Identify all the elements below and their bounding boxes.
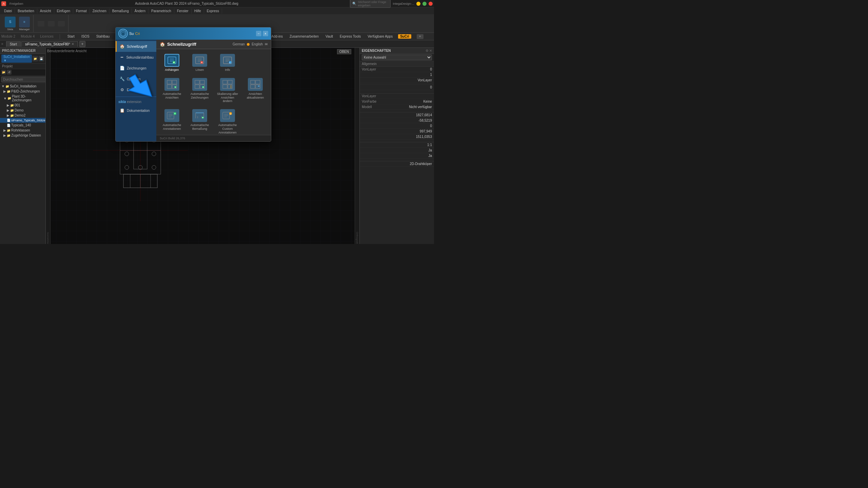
ribbon-tab-parametrisch[interactable]: Parametrisch xyxy=(149,8,174,14)
grid-item-info[interactable]: i Info xyxy=(215,52,240,74)
svg-text:i: i xyxy=(230,61,230,64)
ribbon-tab-bemaszung[interactable]: Bemaßung xyxy=(110,8,132,14)
grid-row-3: Automatische Annotationen xyxy=(159,107,268,135)
ribbon-tab-zeichnen[interactable]: Zeichnen xyxy=(90,8,110,14)
grid-item-auto-ansichten[interactable]: Automatische Ansichten xyxy=(159,76,185,105)
minimize-button[interactable] xyxy=(416,2,420,6)
tab-siframo[interactable]: siFramo_Typicals_StützeF80° ✕ xyxy=(21,41,78,47)
dialog-nav-einstellungen[interactable]: ⚙ Einstellungen xyxy=(116,84,156,95)
props-coord3: 0 xyxy=(360,123,434,129)
maximize-button[interactable] xyxy=(422,2,427,6)
ribbon-tab-express[interactable]: Express xyxy=(204,8,222,14)
grid-item-highlighted[interactable]: Anhängen xyxy=(159,52,185,74)
nav-dokumentation-icon: 📋 xyxy=(119,108,125,113)
nav-vault[interactable]: Vault xyxy=(324,34,334,39)
svg-point-6 xyxy=(125,152,129,156)
grid-item-auto-zeichnungen[interactable]: Automatische Zeichnungen xyxy=(187,76,213,105)
tab-menu-icon[interactable]: ≡ xyxy=(1,42,3,46)
close-button[interactable] xyxy=(429,2,433,6)
dialog-nav-optionen[interactable]: 🔧 Optionen xyxy=(116,74,156,84)
ribbon-tab-datei[interactable]: Datei xyxy=(1,8,15,14)
lang-dot xyxy=(247,43,250,46)
tree-plant3d[interactable]: ▼ 📁 Plant 3D-Zeichnungen xyxy=(0,94,45,103)
ribbon-btn-tool1[interactable] xyxy=(36,20,46,27)
ribbon-btn-manager[interactable]: ≡ Manager xyxy=(18,16,31,32)
toolbar-icon-2[interactable]: 💾 xyxy=(39,56,44,61)
tree-icon-1[interactable]: 📂 xyxy=(1,70,6,75)
nav-sucri[interactable]: SuCri xyxy=(398,34,411,39)
nav-isos[interactable]: ISOS xyxy=(80,34,91,39)
dialog-logo: SuCri xyxy=(118,29,140,38)
nav-extra[interactable]: ≡ xyxy=(417,34,423,39)
dialog-nav-sekundar[interactable]: ━ Sekundärstahlbau xyxy=(116,52,156,63)
projekt-label: Projekt xyxy=(0,64,45,69)
lang-email-icon[interactable]: ✉ xyxy=(265,42,268,46)
sucri-dialog[interactable]: SuCri − × 🏠 Schnellzugriff ━ Sekundärsta… xyxy=(115,27,271,142)
global-search[interactable]: Stichwort oder Frage eingeben xyxy=(358,0,388,7)
tree-001[interactable]: ▶ 📁 001 xyxy=(0,103,45,108)
props-coord2: -58,5219 xyxy=(360,118,434,123)
project-dropdown[interactable]: SuCri_Installation ▼ xyxy=(1,55,32,63)
sikla-section: sikla extension xyxy=(116,98,156,105)
ribbon-btn-sikla[interactable]: S Sikla xyxy=(3,16,17,32)
dialog-nav-schnellzugriff[interactable]: 🏠 Schnellzugriff xyxy=(116,41,156,52)
ribbon-tab-einfügen[interactable]: Einfügen xyxy=(54,8,73,14)
ribbon-tab-hilfe[interactable]: Hilfe xyxy=(192,8,204,14)
selection-dropdown[interactable]: Keine Auswahl xyxy=(362,55,432,60)
tab-close-icon[interactable]: ✕ xyxy=(72,42,74,46)
grid-item-auto-custom[interactable]: C Automatische Custom Annotationen xyxy=(215,107,240,135)
grid-item-auto-bemaszung[interactable]: Automatische Bemaßung xyxy=(187,107,213,135)
ribbon-btn-tool3[interactable] xyxy=(57,20,66,27)
search-input[interactable] xyxy=(1,77,46,82)
props-icon-1[interactable]: ⚙ xyxy=(426,49,429,53)
left-panel: PROJEKTMANAGER SuCri_Installation ▼ 📁 💾 … xyxy=(0,48,46,244)
tree-icon-2[interactable]: ↺ xyxy=(7,70,12,75)
grid-item-skalierung[interactable]: Skalierung aller Ansichten ändern xyxy=(215,76,240,105)
grid-item-ansichten-aktual[interactable]: Ansichten aktualisieren xyxy=(242,76,268,105)
tab-start[interactable]: Start xyxy=(6,41,21,47)
props-icon-2[interactable]: ✕ xyxy=(429,49,432,53)
dialog-close-button[interactable]: × xyxy=(263,31,268,36)
dialog-section-title: 🏠 Schnellzugriff xyxy=(160,42,196,47)
ribbon-group-tools xyxy=(34,15,68,32)
grid-item-lösen[interactable]: Lösen xyxy=(187,52,213,74)
right-strip-label: Orthografisch DWG xyxy=(356,232,359,244)
tree-zugehörig[interactable]: ▶ 📁 Zugehörige Dateien xyxy=(0,133,45,138)
ribbon-btn-tool2[interactable] xyxy=(46,20,56,27)
freigeben-label[interactable]: Freigeben xyxy=(9,2,23,5)
tree-siframo[interactable]: 📄 siFramo_Typicals_StützeF80 xyxy=(0,118,45,123)
ribbon-tab-ansicht[interactable]: Ansicht xyxy=(37,8,54,14)
new-tab-button[interactable]: + xyxy=(79,41,85,47)
lang-en-label[interactable]: English xyxy=(252,42,263,46)
grid-item-auto-anno[interactable]: Automatische Annotationen xyxy=(159,107,185,135)
tree-rohrklassen[interactable]: ▶ 📁 Rohrklassen xyxy=(0,128,45,133)
ribbon-tab-ändern[interactable]: Ändern xyxy=(132,8,149,14)
dialog-nav-dokumentation[interactable]: 📋 Dokumentation xyxy=(116,105,156,116)
tree-typicals140[interactable]: 📄 Typicals_140 xyxy=(0,123,45,128)
svg-rect-45 xyxy=(167,80,172,84)
dialog-minimize-button[interactable]: − xyxy=(256,31,261,36)
left-strip: Isometrische DWG xyxy=(46,48,51,244)
props-vonlayer: VonLayer 0 xyxy=(360,67,434,72)
dialog-lang: German English ✉ xyxy=(233,42,268,46)
svg-rect-68 xyxy=(251,85,255,88)
search-row: 🔍 xyxy=(0,76,45,84)
nav-start[interactable]: Start xyxy=(66,34,76,39)
right-strip: Orthografisch DWG xyxy=(355,48,359,244)
toolbar-icon-1[interactable]: 📁 xyxy=(33,56,38,61)
nav-stahlbau[interactable]: Stahlbau xyxy=(95,34,111,39)
nav-express[interactable]: Express Tools xyxy=(338,34,362,39)
ribbon-tab-format[interactable]: Format xyxy=(73,8,90,14)
tree-demo[interactable]: ▶ 📁 Demo xyxy=(0,108,45,113)
lang-de-label[interactable]: German xyxy=(233,42,245,46)
viewport-label: Benutzerdefinierte Ansicht xyxy=(47,49,86,53)
dialog-nav-zeichnungen[interactable]: 📄 Zeichnungen xyxy=(116,63,156,74)
ribbon-tab-fenster[interactable]: Fenster xyxy=(174,8,192,14)
tree-demo2[interactable]: ▶ 📁 Demo2 xyxy=(0,113,45,118)
nav-zusammen[interactable]: Zusammenarbeiten xyxy=(288,34,320,39)
ribbon-tab-bearbeiten[interactable]: Bearbeiten xyxy=(15,8,37,14)
nav-verfügbar[interactable]: Verfügbare Apps xyxy=(366,34,394,39)
tree-sucri[interactable]: ▼ 📁 SuCri_Installation xyxy=(0,84,45,89)
tree-pid[interactable]: ▶ 📁 P&ID-Zeichnungen xyxy=(0,89,45,94)
nav-addins[interactable]: Add-ins xyxy=(270,34,284,39)
